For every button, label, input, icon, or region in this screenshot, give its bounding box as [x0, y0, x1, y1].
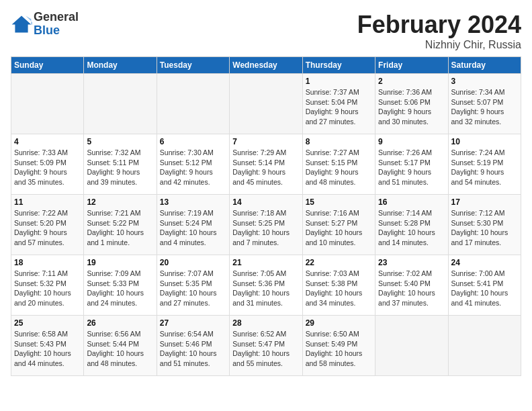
day-info: Sunrise: 7:18 AM Sunset: 5:25 PM Dayligh… [232, 208, 299, 248]
day-info: Sunrise: 7:00 AM Sunset: 5:41 PM Dayligh… [451, 269, 518, 308]
month-title: February 2024 [357, 11, 521, 39]
calendar-cell: 18Sunrise: 7:11 AM Sunset: 5:32 PM Dayli… [11, 255, 84, 316]
calendar-cell: 27Sunrise: 6:54 AM Sunset: 5:46 PM Dayli… [157, 316, 229, 376]
day-number: 10 [451, 137, 518, 146]
day-number: 11 [14, 197, 81, 207]
calendar-cell: 24Sunrise: 7:00 AM Sunset: 5:41 PM Dayli… [448, 255, 521, 316]
day-number: 24 [451, 258, 518, 267]
calendar-cell: 25Sunrise: 6:58 AM Sunset: 5:43 PM Dayli… [11, 316, 84, 376]
day-number: 17 [451, 197, 518, 207]
calendar-cell: 13Sunrise: 7:19 AM Sunset: 5:24 PM Dayli… [157, 195, 229, 255]
day-number: 7 [232, 137, 299, 146]
logo-blue-text: Blue [34, 24, 79, 38]
logo-icon [11, 15, 32, 34]
calendar-cell: 20Sunrise: 7:07 AM Sunset: 5:35 PM Dayli… [157, 255, 229, 316]
day-number: 1 [306, 77, 372, 86]
weekday-header-tuesday: Tuesday [157, 57, 229, 74]
calendar-cell: 10Sunrise: 7:24 AM Sunset: 5:19 PM Dayli… [448, 134, 521, 195]
weekday-header-wednesday: Wednesday [230, 57, 302, 74]
day-number: 14 [232, 197, 299, 207]
calendar-cell: 12Sunrise: 7:21 AM Sunset: 5:22 PM Dayli… [84, 195, 157, 255]
day-number: 6 [160, 137, 226, 146]
day-number: 29 [306, 318, 372, 328]
location: Nizhniy Chir, Russia [357, 39, 521, 51]
calendar-cell: 16Sunrise: 7:14 AM Sunset: 5:28 PM Dayli… [375, 195, 448, 255]
day-info: Sunrise: 7:16 AM Sunset: 5:27 PM Dayligh… [306, 208, 372, 248]
weekday-header-friday: Friday [375, 57, 448, 74]
calendar-week-1: 1Sunrise: 7:37 AM Sunset: 5:04 PM Daylig… [11, 74, 521, 134]
day-info: Sunrise: 7:26 AM Sunset: 5:17 PM Dayligh… [378, 148, 445, 187]
day-number: 2 [378, 77, 445, 86]
calendar-cell: 14Sunrise: 7:18 AM Sunset: 5:25 PM Dayli… [230, 195, 302, 255]
calendar-week-4: 18Sunrise: 7:11 AM Sunset: 5:32 PM Dayli… [11, 255, 521, 316]
day-number: 27 [160, 318, 226, 328]
calendar-cell: 8Sunrise: 7:27 AM Sunset: 5:15 PM Daylig… [302, 134, 375, 195]
title-block: February 2024 Nizhniy Chir, Russia [357, 11, 521, 51]
calendar-cell: 9Sunrise: 7:26 AM Sunset: 5:17 PM Daylig… [375, 134, 448, 195]
day-info: Sunrise: 7:05 AM Sunset: 5:36 PM Dayligh… [232, 269, 299, 308]
day-info: Sunrise: 7:21 AM Sunset: 5:22 PM Dayligh… [87, 208, 153, 248]
day-info: Sunrise: 6:52 AM Sunset: 5:47 PM Dayligh… [232, 329, 299, 369]
calendar-cell: 29Sunrise: 6:50 AM Sunset: 5:49 PM Dayli… [302, 316, 375, 376]
calendar-cell: 22Sunrise: 7:03 AM Sunset: 5:38 PM Dayli… [302, 255, 375, 316]
weekday-header-row: SundayMondayTuesdayWednesdayThursdayFrid… [11, 57, 521, 74]
day-info: Sunrise: 7:33 AM Sunset: 5:09 PM Dayligh… [14, 148, 81, 187]
calendar-cell: 4Sunrise: 7:33 AM Sunset: 5:09 PM Daylig… [11, 134, 84, 195]
calendar-cell [11, 74, 84, 134]
day-info: Sunrise: 7:24 AM Sunset: 5:19 PM Dayligh… [451, 148, 518, 187]
calendar-cell: 15Sunrise: 7:16 AM Sunset: 5:27 PM Dayli… [302, 195, 375, 255]
day-number: 4 [14, 137, 81, 146]
day-info: Sunrise: 7:11 AM Sunset: 5:32 PM Dayligh… [14, 269, 81, 308]
day-info: Sunrise: 7:29 AM Sunset: 5:14 PM Dayligh… [232, 148, 299, 187]
calendar-week-3: 11Sunrise: 7:22 AM Sunset: 5:20 PM Dayli… [11, 195, 521, 255]
calendar-week-2: 4Sunrise: 7:33 AM Sunset: 5:09 PM Daylig… [11, 134, 521, 195]
day-number: 3 [451, 77, 518, 86]
logo-general-text: General [34, 11, 79, 24]
day-number: 15 [306, 197, 372, 207]
day-info: Sunrise: 7:34 AM Sunset: 5:07 PM Dayligh… [451, 87, 518, 127]
day-info: Sunrise: 7:12 AM Sunset: 5:30 PM Dayligh… [451, 208, 518, 248]
calendar-table: SundayMondayTuesdayWednesdayThursdayFrid… [11, 56, 521, 376]
day-info: Sunrise: 7:07 AM Sunset: 5:35 PM Dayligh… [160, 269, 226, 308]
calendar-cell: 5Sunrise: 7:32 AM Sunset: 5:11 PM Daylig… [84, 134, 157, 195]
page-header: General Blue February 2024 Nizhniy Chir,… [11, 11, 521, 51]
calendar-cell [448, 316, 521, 376]
day-info: Sunrise: 7:36 AM Sunset: 5:06 PM Dayligh… [378, 87, 445, 127]
day-info: Sunrise: 7:09 AM Sunset: 5:33 PM Dayligh… [87, 269, 153, 308]
calendar-cell [230, 74, 302, 134]
calendar-cell: 28Sunrise: 6:52 AM Sunset: 5:47 PM Dayli… [230, 316, 302, 376]
weekday-header-saturday: Saturday [448, 57, 521, 74]
svg-marker-0 [12, 15, 32, 32]
calendar-cell [157, 74, 229, 134]
calendar-cell: 19Sunrise: 7:09 AM Sunset: 5:33 PM Dayli… [84, 255, 157, 316]
calendar-cell: 1Sunrise: 7:37 AM Sunset: 5:04 PM Daylig… [302, 74, 375, 134]
day-info: Sunrise: 6:54 AM Sunset: 5:46 PM Dayligh… [160, 329, 226, 369]
calendar-cell: 17Sunrise: 7:12 AM Sunset: 5:30 PM Dayli… [448, 195, 521, 255]
calendar-cell: 26Sunrise: 6:56 AM Sunset: 5:44 PM Dayli… [84, 316, 157, 376]
day-number: 28 [232, 318, 299, 328]
day-number: 13 [160, 197, 226, 207]
calendar-cell [84, 74, 157, 134]
calendar-cell: 2Sunrise: 7:36 AM Sunset: 5:06 PM Daylig… [375, 74, 448, 134]
day-info: Sunrise: 7:22 AM Sunset: 5:20 PM Dayligh… [14, 208, 81, 248]
day-info: Sunrise: 7:14 AM Sunset: 5:28 PM Dayligh… [378, 208, 445, 248]
day-number: 23 [378, 258, 445, 267]
day-number: 21 [232, 258, 299, 267]
day-number: 5 [87, 137, 153, 146]
calendar-cell [375, 316, 448, 376]
calendar-cell: 21Sunrise: 7:05 AM Sunset: 5:36 PM Dayli… [230, 255, 302, 316]
day-info: Sunrise: 6:50 AM Sunset: 5:49 PM Dayligh… [306, 329, 372, 369]
day-number: 18 [14, 258, 81, 267]
day-info: Sunrise: 7:03 AM Sunset: 5:38 PM Dayligh… [306, 269, 372, 308]
day-number: 20 [160, 258, 226, 267]
weekday-header-sunday: Sunday [11, 57, 84, 74]
weekday-header-monday: Monday [84, 57, 157, 74]
logo: General Blue [11, 11, 79, 38]
day-number: 25 [14, 318, 81, 328]
day-info: Sunrise: 7:30 AM Sunset: 5:12 PM Dayligh… [160, 148, 226, 187]
day-number: 19 [87, 258, 153, 267]
calendar-cell: 6Sunrise: 7:30 AM Sunset: 5:12 PM Daylig… [157, 134, 229, 195]
calendar-week-5: 25Sunrise: 6:58 AM Sunset: 5:43 PM Dayli… [11, 316, 521, 376]
calendar-cell: 11Sunrise: 7:22 AM Sunset: 5:20 PM Dayli… [11, 195, 84, 255]
day-number: 26 [87, 318, 153, 328]
